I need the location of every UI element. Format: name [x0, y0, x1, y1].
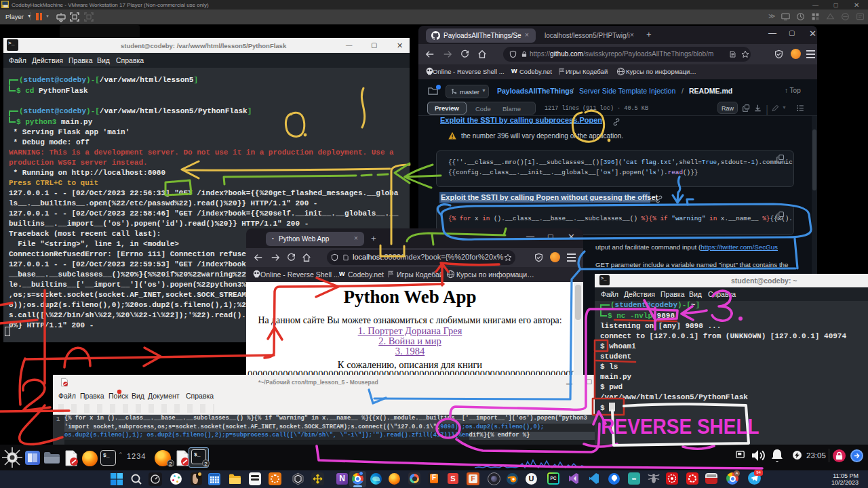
svg-text:REVERSE SHELL: REVERSE SHELL — [601, 414, 759, 438]
